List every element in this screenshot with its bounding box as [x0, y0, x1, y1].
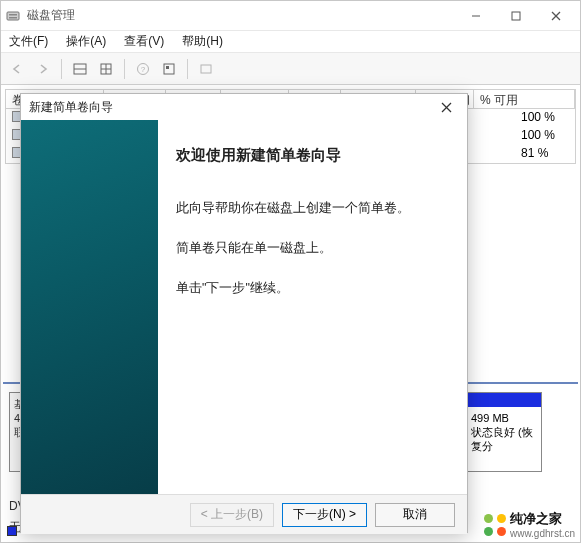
- clover-icon: [484, 514, 506, 536]
- separator: [187, 59, 188, 79]
- wizard-side-image: [21, 120, 158, 494]
- menu-help[interactable]: 帮助(H): [178, 31, 227, 52]
- dialog-titlebar: 新建简单卷向导: [21, 94, 467, 120]
- partition-recovery[interactable]: 499 MB 状态良好 (恢复分: [464, 392, 542, 472]
- help-icon: ?: [131, 57, 155, 81]
- new-simple-volume-wizard: 新建简单卷向导 欢迎使用新建简单卷向导 此向导帮助你在磁盘上创建一个简单卷。 简…: [20, 93, 468, 533]
- svg-rect-16: [201, 65, 211, 73]
- watermark: 纯净之家 www.gdhrst.cn: [484, 510, 575, 539]
- legend: [7, 526, 17, 536]
- svg-rect-2: [9, 17, 17, 19]
- pct-cell: 81 %: [515, 145, 575, 163]
- partition-color-bar: [465, 393, 541, 407]
- window-buttons: [456, 2, 576, 30]
- next-button[interactable]: 下一步(N) >: [282, 503, 367, 527]
- wizard-text-3: 单击"下一步"继续。: [176, 279, 449, 297]
- wizard-text-1: 此向导帮助你在磁盘上创建一个简单卷。: [176, 199, 449, 217]
- svg-rect-15: [166, 66, 169, 69]
- back-icon: [5, 57, 29, 81]
- close-icon: [441, 102, 452, 113]
- pct-cell: 100 %: [515, 109, 575, 127]
- partition-size: 499 MB: [471, 411, 535, 425]
- back-button: < 上一步(B): [190, 503, 274, 527]
- view-panes-icon[interactable]: [68, 57, 92, 81]
- menubar: 文件(F) 操作(A) 查看(V) 帮助(H): [1, 31, 580, 53]
- forward-icon: [31, 57, 55, 81]
- close-button[interactable]: [536, 2, 576, 30]
- pct-cell: 100 %: [515, 127, 575, 145]
- action-icon: [194, 57, 218, 81]
- dialog-body: 欢迎使用新建简单卷向导 此向导帮助你在磁盘上创建一个简单卷。 简单卷只能在单一磁…: [21, 120, 467, 494]
- properties-icon[interactable]: [157, 57, 181, 81]
- dialog-title: 新建简单卷向导: [29, 99, 433, 116]
- separator: [61, 59, 62, 79]
- wizard-text-2: 简单卷只能在单一磁盘上。: [176, 239, 449, 257]
- dialog-footer: < 上一步(B) 下一步(N) > 取消: [21, 494, 467, 534]
- app-icon: [5, 8, 21, 24]
- svg-rect-0: [7, 12, 19, 20]
- watermark-text: 纯净之家 www.gdhrst.cn: [510, 510, 575, 539]
- svg-rect-1: [9, 14, 17, 16]
- dialog-close-button[interactable]: [433, 96, 459, 118]
- window-title: 磁盘管理: [27, 7, 456, 24]
- col-pctfree[interactable]: % 可用: [474, 90, 575, 108]
- legend-box-icon: [7, 526, 17, 536]
- titlebar: 磁盘管理: [1, 1, 580, 31]
- svg-rect-4: [512, 12, 520, 20]
- refresh-icon[interactable]: [94, 57, 118, 81]
- wizard-heading: 欢迎使用新建简单卷向导: [176, 146, 449, 165]
- maximize-button[interactable]: [496, 2, 536, 30]
- toolbar: ?: [1, 53, 580, 85]
- wizard-main: 欢迎使用新建简单卷向导 此向导帮助你在磁盘上创建一个简单卷。 简单卷只能在单一磁…: [158, 120, 467, 494]
- separator: [124, 59, 125, 79]
- cancel-button[interactable]: 取消: [375, 503, 455, 527]
- menu-view[interactable]: 查看(V): [120, 31, 168, 52]
- partition-status: 状态良好 (恢复分: [471, 425, 535, 453]
- menu-action[interactable]: 操作(A): [62, 31, 110, 52]
- svg-text:?: ?: [141, 65, 146, 74]
- minimize-button[interactable]: [456, 2, 496, 30]
- menu-file[interactable]: 文件(F): [5, 31, 52, 52]
